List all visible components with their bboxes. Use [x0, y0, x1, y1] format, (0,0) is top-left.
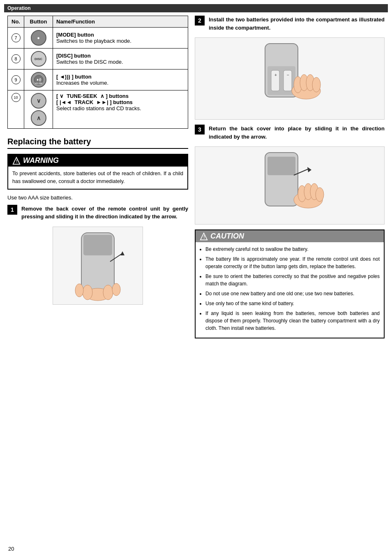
row-no: 7 — [8, 28, 24, 49]
mode-button-icon: ● — [31, 30, 46, 46]
step-3: 3 Return the back cover into place by sl… — [195, 125, 385, 141]
svg-point-8 — [75, 284, 83, 297]
warning-header: ! WARNING — [8, 155, 187, 167]
mode-func-name: [MODE] button — [56, 32, 184, 38]
page-number: 20 — [8, 546, 14, 552]
row-func-vol: [ ◄))) ] button Increases the volume. — [53, 70, 188, 90]
svg-point-7 — [83, 285, 92, 300]
table-row: 9 VOLUME [ ◄))) — [8, 70, 188, 90]
row-button-tune: ∨ ∧ — [24, 90, 53, 129]
disc-func-name: [DISC] button — [56, 53, 184, 59]
warning-box: ! WARNING To prevent accidents, store ba… — [7, 154, 188, 190]
caution-item: If any liquid is seen leaking from the b… — [205, 310, 380, 332]
svg-point-21 — [312, 77, 321, 92]
mode-func-desc: Switches to the playback mode. — [56, 38, 184, 44]
vol-button-icon: VOLUME — [31, 72, 46, 88]
step-2-number: 2 — [195, 16, 205, 25]
caution-icon: ! — [200, 232, 208, 241]
svg-marker-24 — [307, 167, 311, 172]
step-3-svg — [244, 151, 335, 220]
svg-marker-5 — [120, 251, 125, 255]
row-button-vol: VOLUME — [24, 70, 53, 90]
caution-item: Use only two of the same kind of battery… — [205, 300, 380, 307]
step-1-number: 1 — [7, 205, 17, 215]
operation-header: Operation — [4, 4, 388, 12]
row-no: 9 — [8, 70, 24, 90]
row-number-9: 9 — [12, 75, 21, 84]
table-row: 7 ● [MODE] button Switches to the playba… — [8, 28, 188, 49]
svg-text:−: − — [287, 73, 289, 77]
table-header-button: Button — [24, 16, 53, 28]
step-2-image: + − — [195, 37, 385, 120]
svg-text:VOLUME: VOLUME — [35, 82, 42, 84]
step-3-number: 3 — [195, 125, 205, 134]
row-number-7: 7 — [12, 33, 21, 42]
step-1: 1 Remove the back cover of the remote co… — [7, 205, 188, 221]
warning-body: To prevent accidents, store batteries ou… — [8, 167, 187, 189]
table-header-no: No. — [8, 16, 24, 28]
track-func-name: [ |◄◄ TRACK ►►| ] buttons — [56, 99, 184, 105]
step-2-svg: + − — [244, 42, 335, 116]
table-row: 8 DISC [DISC] button Switches to the DIS… — [8, 49, 188, 70]
svg-text:!: ! — [16, 159, 17, 164]
row-button-disc: DISC — [24, 49, 53, 70]
caution-item: Be sure to orient the batteries correctl… — [205, 273, 380, 287]
vol-func-desc: Increases the volume. — [56, 80, 184, 86]
svg-point-9 — [103, 285, 113, 300]
row-number-8: 8 — [12, 54, 21, 63]
step-1-text: Remove the back cover of the remote cont… — [21, 205, 188, 221]
row-func-mode: [MODE] button Switches to the playback m… — [53, 28, 188, 49]
row-func-disc: [DISC] button Switches to the DISC mode. — [53, 49, 188, 70]
row-no: 10 — [8, 90, 24, 129]
step-1-svg — [57, 229, 139, 303]
warning-icon: ! — [12, 157, 21, 165]
step-3-image — [195, 146, 385, 225]
tune-up-button-icon: ∧ — [31, 110, 46, 126]
svg-point-10 — [112, 283, 120, 296]
caution-item: Be extremely careful not to swallow the … — [205, 246, 380, 253]
table-row: 10 ∨ ∧ [ ∨ TUNE·SEEK ∧ ] buttons [ |◄◄ T… — [8, 90, 188, 129]
caution-header: ! CAUTION — [196, 230, 384, 242]
function-table: No. Button Name/Function 7 ● [MODE] butt… — [7, 16, 188, 129]
caution-item: Do not use one new battery and one old o… — [205, 290, 380, 297]
svg-rect-4 — [83, 235, 112, 255]
use-batteries-text: Use two AAA size batteries. — [7, 195, 188, 201]
left-column: No. Button Name/Function 7 ● [MODE] butt… — [7, 16, 188, 338]
section-title: Replacing the battery — [7, 137, 188, 149]
step-1-image — [53, 227, 143, 305]
row-no: 8 — [8, 49, 24, 70]
right-column: 2 Install the two batteries provided int… — [195, 16, 385, 338]
caution-title: CAUTION — [210, 232, 244, 241]
svg-rect-23 — [267, 157, 295, 175]
step-2-text: Install the two batteries provided into … — [209, 16, 385, 32]
row-number-10: 10 — [12, 93, 21, 102]
svg-point-29 — [316, 188, 324, 202]
disc-func-desc: Switches to the DISC mode. — [56, 59, 184, 65]
step-2: 2 Install the two batteries provided int… — [195, 16, 385, 32]
vol-func-name: [ ◄))) ] button — [56, 74, 184, 80]
step-3-text: Return the back cover into place by slid… — [209, 125, 385, 141]
row-button-mode: ● — [24, 28, 53, 49]
caution-list: Be extremely careful not to swallow the … — [200, 246, 380, 332]
caution-item: The battery life is approximately one ye… — [205, 255, 380, 270]
caution-body: Be extremely careful not to swallow the … — [196, 242, 384, 338]
tune-down-button-icon: ∨ — [31, 93, 46, 109]
row-func-tune: [ ∨ TUNE·SEEK ∧ ] buttons [ |◄◄ TRACK ►►… — [53, 90, 188, 129]
caution-box: ! CAUTION Be extremely careful not to sw… — [195, 229, 385, 338]
tune-func-desc: Select radio stations and CD tracks. — [56, 105, 184, 111]
disc-button-icon: DISC — [31, 51, 46, 67]
table-header-function: Name/Function — [53, 16, 188, 28]
tune-func-name: [ ∨ TUNE·SEEK ∧ ] buttons — [56, 93, 184, 99]
svg-text:!: ! — [203, 235, 205, 239]
warning-title: WARNING — [23, 156, 59, 165]
svg-text:+: + — [274, 73, 277, 77]
